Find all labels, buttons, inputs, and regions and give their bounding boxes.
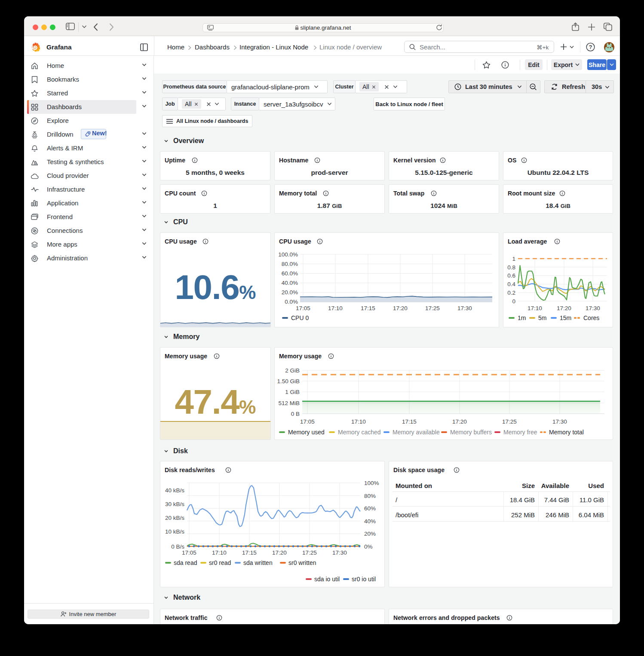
svg-text:17:15: 17:15	[242, 549, 257, 556]
svg-text:80%: 80%	[364, 493, 376, 499]
svg-text:0.4: 0.4	[507, 281, 515, 287]
svg-text:0: 0	[512, 298, 515, 305]
svg-text:sda read: sda read	[174, 559, 197, 566]
svg-text:Memory used: Memory used	[288, 429, 325, 436]
svg-text:sr0 read: sr0 read	[209, 559, 231, 566]
svg-text:17:10: 17:10	[212, 549, 227, 556]
svg-text:CPU 0: CPU 0	[291, 314, 309, 321]
svg-text:sda io util: sda io util	[314, 576, 340, 583]
svg-text:17:15: 17:15	[361, 305, 375, 311]
svg-text:0.0%: 0.0%	[285, 299, 298, 305]
svg-text:1 GiB: 1 GiB	[285, 389, 300, 395]
svg-text:Memory available: Memory available	[393, 429, 440, 436]
svg-text:17:30: 17:30	[586, 305, 600, 311]
svg-text:40 kB/s: 40 kB/s	[165, 487, 184, 494]
svg-text:Memory free: Memory free	[503, 429, 537, 436]
svg-text:17:30: 17:30	[552, 418, 567, 425]
svg-text:17:25: 17:25	[302, 549, 317, 556]
svg-text:17:20: 17:20	[272, 549, 287, 556]
svg-text:17:05: 17:05	[182, 549, 196, 556]
svg-text:0 B: 0 B	[291, 411, 300, 417]
svg-text:0 B/s: 0 B/s	[171, 543, 184, 550]
svg-text:?: ?	[589, 44, 592, 50]
svg-text:40%: 40%	[364, 518, 376, 525]
svg-text:0.6: 0.6	[507, 272, 515, 279]
svg-text:17:05: 17:05	[296, 305, 310, 311]
svg-text:0.2: 0.2	[507, 290, 515, 296]
svg-text:2 GiB: 2 GiB	[285, 367, 300, 374]
svg-text:512 MiB: 512 MiB	[278, 400, 300, 406]
svg-text:60.0%: 60.0%	[282, 270, 298, 277]
svg-text:Cores: Cores	[583, 314, 599, 321]
svg-text:0.8: 0.8	[507, 264, 515, 271]
svg-text:17:20: 17:20	[452, 418, 467, 425]
svg-text:sda written: sda written	[243, 559, 273, 566]
svg-text:17:15: 17:15	[402, 418, 417, 425]
svg-text:17:10: 17:10	[351, 418, 366, 425]
svg-text:80.0%: 80.0%	[282, 261, 298, 267]
svg-text:60%: 60%	[364, 505, 376, 512]
svg-text:40.0%: 40.0%	[282, 280, 298, 286]
svg-text:15m: 15m	[560, 314, 571, 321]
svg-text:17:20: 17:20	[393, 305, 408, 311]
svg-text:20%: 20%	[364, 531, 376, 537]
svg-text:17:30: 17:30	[457, 305, 472, 311]
svg-text:17:10: 17:10	[328, 305, 343, 311]
svg-text:100.0%: 100.0%	[278, 251, 298, 258]
svg-text:20 kB/s: 20 kB/s	[165, 515, 184, 521]
svg-text:17:25: 17:25	[425, 305, 440, 311]
svg-text:10 kB/s: 10 kB/s	[165, 528, 184, 535]
svg-text:Memory buffers: Memory buffers	[450, 429, 492, 436]
svg-text:sr0 written: sr0 written	[288, 559, 316, 566]
svg-text:5m: 5m	[538, 314, 546, 321]
svg-text:17:25: 17:25	[502, 418, 517, 425]
svg-text:sr0 io util: sr0 io util	[352, 576, 376, 583]
svg-text:17:05: 17:05	[300, 418, 315, 425]
svg-text:Memory cached: Memory cached	[338, 429, 381, 436]
svg-text:Memory total: Memory total	[549, 429, 584, 436]
svg-text:100%: 100%	[364, 480, 379, 486]
svg-text:1.50 GiB: 1.50 GiB	[277, 378, 300, 384]
svg-text:0%: 0%	[364, 543, 373, 550]
svg-text:20.0%: 20.0%	[282, 289, 298, 296]
svg-text:k6: k6	[34, 162, 37, 165]
svg-text:30 kB/s: 30 kB/s	[165, 501, 184, 507]
svg-text:1: 1	[512, 256, 515, 262]
svg-text:17:20: 17:20	[557, 305, 571, 311]
svg-text:17:30: 17:30	[332, 549, 347, 556]
svg-text:1m: 1m	[518, 314, 526, 321]
svg-text:17:10: 17:10	[527, 305, 542, 311]
